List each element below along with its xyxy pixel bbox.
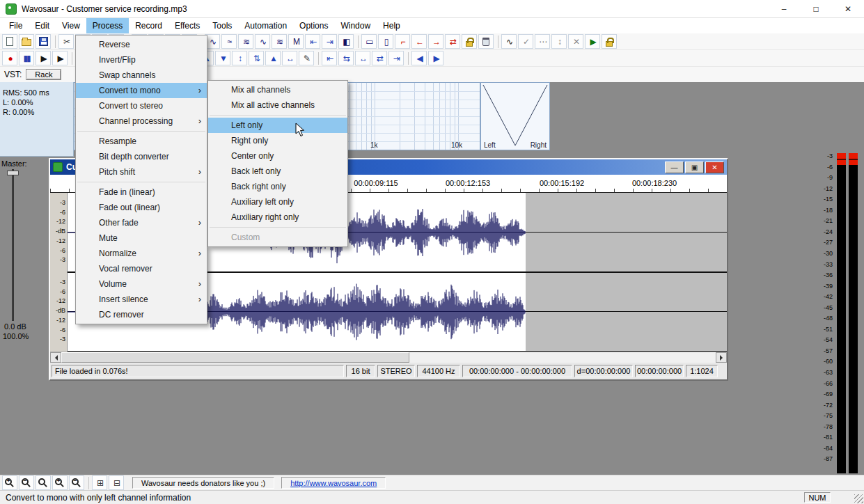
menu-help[interactable]: Help — [377, 18, 407, 33]
zoom-whole-icon[interactable]: ⊞ — [92, 475, 107, 490]
menu-options[interactable]: Options — [293, 18, 334, 33]
menu-view[interactable]: View — [56, 18, 86, 33]
scroll-sel-start-icon[interactable]: ⇆ — [338, 51, 354, 65]
insert-selection-icon[interactable]: ∿ — [255, 34, 270, 49]
marker-next-icon[interactable]: ⇥ — [322, 34, 337, 49]
menu-item-insert-silence[interactable]: Insert silence› — [76, 292, 207, 307]
prev-view-icon[interactable]: ◀ — [411, 51, 427, 65]
menu-item-mix-all-channels[interactable]: Mix all channels — [208, 82, 347, 97]
master-slider-thumb[interactable] — [7, 171, 19, 175]
menu-automation[interactable]: Automation — [238, 18, 293, 33]
play-button[interactable]: ▶ — [36, 51, 51, 65]
vzoom-out-icon[interactable]: ▼ — [215, 51, 230, 65]
scroll-center-icon[interactable]: ↔ — [355, 51, 370, 65]
menu-item-pitch-shift[interactable]: Pitch shift› — [76, 164, 207, 180]
pause-button[interactable]: ▮▮ — [19, 51, 34, 65]
mute-selection-icon[interactable]: ≋ — [272, 34, 287, 49]
menu-item-right-only[interactable]: Right only — [208, 133, 347, 148]
vzoom-full-icon[interactable]: ▲ — [265, 51, 281, 65]
menu-item-volume[interactable]: Volume› — [76, 276, 207, 292]
marker-prev-icon[interactable]: ⇤ — [305, 34, 320, 49]
menu-window[interactable]: Window — [334, 18, 377, 33]
menu-item-normalize[interactable]: Normalize› — [76, 246, 207, 261]
save-icon[interactable] — [36, 34, 51, 49]
menu-effects[interactable]: Effects — [168, 18, 206, 33]
menu-item-fade-out-linear[interactable]: Fade out (linear) — [76, 200, 207, 215]
play-loop-button[interactable]: ▶ — [52, 51, 68, 65]
menu-tools[interactable]: Tools — [206, 18, 238, 33]
loop-prev-icon[interactable]: ← — [411, 34, 427, 49]
maximize-button[interactable]: □ — [800, 0, 832, 18]
scroll-end-icon[interactable]: ⇥ — [388, 51, 404, 65]
cut-selection-icon[interactable]: ≋ — [238, 34, 253, 49]
loop-both-icon[interactable]: ⇄ — [445, 34, 460, 49]
menu-process[interactable]: Process — [86, 18, 129, 33]
menu-item-convert-to-stereo[interactable]: Convert to stereo — [76, 98, 207, 113]
menu-file[interactable]: File — [3, 18, 29, 33]
scroll-start-icon[interactable]: ⇤ — [322, 51, 337, 65]
play-vst-icon[interactable]: ▶ — [585, 34, 600, 49]
record-button[interactable]: ● — [2, 51, 17, 65]
menu-item-invert-flip[interactable]: Invert/Flip — [76, 52, 207, 68]
bypass-lock-icon[interactable] — [602, 34, 617, 49]
menu-item-vocal-remover[interactable]: Vocal remover — [76, 261, 207, 276]
scroll-sel-end-icon[interactable]: ⇄ — [372, 51, 387, 65]
menu-item-reverse[interactable]: Reverse — [76, 37, 207, 52]
options-dots-icon[interactable]: ⋯ — [535, 34, 550, 49]
menu-item-convert-to-mono[interactable]: Convert to mono› — [76, 83, 207, 98]
resize-icon[interactable]: ↕ — [551, 34, 567, 49]
menu-item-resample[interactable]: Resample — [76, 134, 207, 149]
menu-item-auxiliary-left-only[interactable]: Auxiliary left only — [208, 194, 347, 210]
menu-edit[interactable]: Edit — [29, 18, 56, 33]
delete-loop-icon[interactable] — [478, 34, 494, 49]
loop-start-icon[interactable]: ⌐ — [395, 34, 410, 49]
minimize-button[interactable]: – — [768, 0, 800, 18]
vzoom-sel-icon[interactable]: ⇅ — [249, 51, 264, 65]
menu-item-dc-remover[interactable]: DC remover — [76, 307, 207, 322]
scroll-left-arrow[interactable] — [50, 352, 61, 363]
menu-item-swap-channels[interactable]: Swap channels — [76, 68, 207, 83]
zoom-one-to-one-icon[interactable]: ⊟ — [109, 475, 124, 490]
menu-item-auxiliary-right-only[interactable]: Auxiliary right only — [208, 210, 347, 225]
wavosaur-link[interactable]: http://www.wavosaur.com — [290, 479, 377, 487]
cancel-icon[interactable]: ✕ — [568, 34, 583, 49]
menu-item-back-left-only[interactable]: Back left only — [208, 164, 347, 179]
menu-item-mute[interactable]: Mute — [76, 230, 207, 246]
apply-icon[interactable]: ✓ — [518, 34, 533, 49]
menu-item-center-only[interactable]: Center only — [208, 148, 347, 164]
doc-close-button[interactable]: ✕ — [705, 162, 724, 173]
cue-list-icon[interactable]: ▭ — [361, 34, 377, 49]
region-icon[interactable]: ▯ — [378, 34, 393, 49]
vst-rack-button[interactable]: Rack — [26, 69, 61, 80]
lock-loop-icon[interactable] — [462, 34, 477, 49]
cut-icon[interactable]: ✂ — [58, 34, 74, 49]
menu-item-other-fade[interactable]: Other fade› — [76, 215, 207, 230]
zoom-out-icon[interactable]: − — [19, 475, 34, 490]
menu-item-fade-in-linear[interactable]: Fade in (linear) — [76, 184, 207, 200]
zoom-in-icon[interactable]: + — [2, 475, 17, 490]
scroll-right-arrow[interactable] — [716, 352, 727, 363]
marker-icon[interactable]: M — [288, 34, 304, 49]
vzoom-fit-icon[interactable]: ↕ — [232, 51, 247, 65]
scrollbar-thumb[interactable] — [61, 352, 409, 363]
next-view-icon[interactable]: ▶ — [428, 51, 443, 65]
new-file-icon[interactable] — [2, 34, 17, 49]
menu-item-channel-processing[interactable]: Channel processing› — [76, 113, 207, 129]
horizontal-scrollbar[interactable] — [50, 352, 727, 363]
close-button[interactable]: ✕ — [832, 0, 864, 18]
doc-restore-button[interactable]: ▣ — [685, 162, 704, 173]
zoom-vertical-in-icon[interactable]: + — [52, 475, 68, 490]
menu-item-back-right-only[interactable]: Back right only — [208, 179, 347, 194]
menu-item-mix-all-active-channels[interactable]: Mix all active channels — [208, 97, 347, 113]
zoom-vertical-out-icon[interactable]: − — [69, 475, 84, 490]
zoom-selection-icon[interactable] — [36, 475, 51, 490]
master-slider-track[interactable] — [12, 169, 14, 321]
menu-record[interactable]: Record — [129, 18, 168, 33]
half-wave-icon[interactable]: ◧ — [338, 34, 354, 49]
menu-item-left-only[interactable]: Left only — [208, 118, 347, 133]
loop-next-icon[interactable]: → — [428, 34, 443, 49]
resize-grip[interactable] — [854, 494, 863, 503]
open-icon[interactable] — [19, 34, 34, 49]
zoom-sel-h-icon[interactable]: ↔ — [282, 51, 297, 65]
doc-minimize-button[interactable]: — — [665, 162, 684, 173]
